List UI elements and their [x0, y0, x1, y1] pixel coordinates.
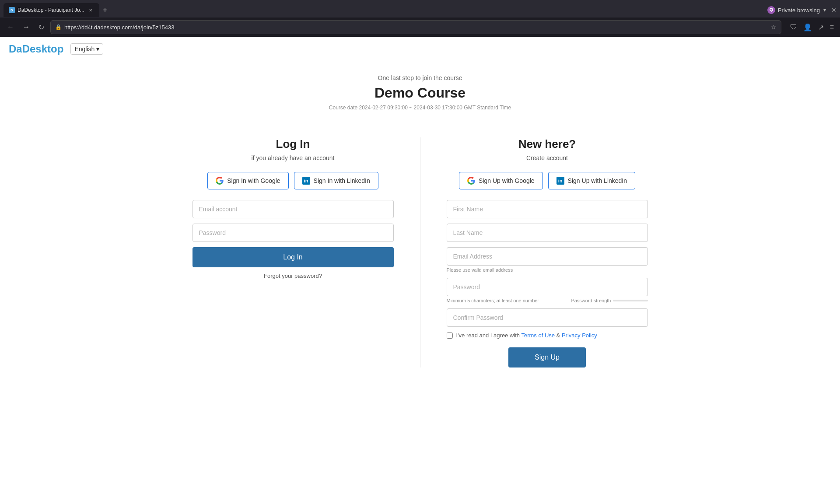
sign-up-google-label: Sign Up with Google — [479, 177, 535, 184]
address-bar[interactable]: 🔒 https://dd4t.dadesktop.com/da/join/5z1… — [50, 20, 781, 34]
tab-close-button[interactable]: ✕ — [87, 7, 94, 14]
new-tab-button[interactable]: + — [101, 6, 109, 14]
linkedin-icon: in — [302, 177, 310, 185]
extensions-icon[interactable]: ↗ — [816, 21, 826, 33]
sign-up-linkedin-button[interactable]: in Sign Up with LinkedIn — [548, 172, 635, 189]
account-icon[interactable]: 👤 — [802, 21, 814, 33]
language-selector[interactable]: English ▾ — [70, 43, 103, 55]
google-icon — [216, 177, 224, 185]
login-column: Log In if you already have an account Si… — [192, 137, 394, 368]
column-divider — [420, 137, 420, 368]
url-text: https://dd4t.dadesktop.com/da/join/5z154… — [64, 24, 768, 31]
signup-social-buttons: Sign Up with Google in Sign Up with Link… — [447, 172, 648, 189]
page-header: DaDesktop English ▾ — [0, 37, 840, 61]
signup-button[interactable]: Sign Up — [508, 347, 586, 368]
sign-up-linkedin-label: Sign Up with LinkedIn — [568, 177, 627, 184]
signup-column: New here? Create account Sign Up with Go… — [447, 137, 648, 368]
password-hint-row: Minimum 5 characters; at least one numbe… — [447, 298, 648, 303]
email-address-input[interactable] — [447, 247, 648, 266]
linkedin-signup-icon: in — [556, 177, 564, 185]
last-name-input[interactable] — [447, 224, 648, 242]
privacy-policy-link[interactable]: Privacy Policy — [562, 332, 597, 339]
course-header: One last step to join the course Demo Co… — [166, 74, 674, 111]
login-title: Log In — [192, 137, 394, 151]
password-input[interactable] — [192, 224, 394, 242]
nav-right-icons: 🛡 👤 ↗ ≡ — [788, 21, 836, 33]
nav-bar: ← → ↻ 🔒 https://dd4t.dadesktop.com/da/jo… — [0, 18, 840, 37]
password-strength-label: Password strength — [571, 298, 648, 303]
sign-in-google-button[interactable]: Sign In with Google — [207, 172, 288, 189]
login-subtitle: if you already have an account — [192, 154, 394, 161]
sign-in-linkedin-button[interactable]: in Sign In with LinkedIn — [294, 172, 378, 189]
terms-row: I've read and I agree with Terms of Use … — [447, 332, 648, 339]
course-date: Course date 2024-02-27 09:30:00 ~ 2024-0… — [166, 105, 674, 111]
private-browsing-area: Private browsing ▾ ✕ — [767, 6, 836, 14]
tab-title: DaDesktop - Participant Jo... — [18, 7, 84, 13]
forward-button[interactable]: → — [20, 21, 32, 33]
password-strength-bar — [613, 300, 648, 301]
tab-favicon: D — [9, 7, 15, 13]
confirm-password-input[interactable] — [447, 308, 648, 327]
signup-password-input[interactable] — [447, 278, 648, 296]
language-chevron-icon: ▾ — [96, 46, 99, 52]
private-close-icon[interactable]: ✕ — [831, 7, 836, 14]
logo[interactable]: DaDesktop — [9, 43, 63, 55]
terms-of-use-link[interactable]: Terms of Use — [521, 332, 555, 339]
signup-title: New here? — [447, 137, 648, 151]
page-content: One last step to join the course Demo Co… — [158, 61, 682, 381]
private-chevron: ▾ — [823, 7, 826, 13]
forgot-password-link[interactable]: Forgot your password? — [192, 273, 394, 279]
private-browsing-icon — [767, 6, 775, 14]
terms-checkbox[interactable] — [447, 332, 453, 339]
first-name-input[interactable] — [447, 200, 648, 218]
language-label: English — [74, 46, 94, 52]
login-button[interactable]: Log In — [192, 247, 394, 267]
email-input[interactable] — [192, 200, 394, 218]
email-hint: Please use valid email address — [447, 267, 648, 273]
course-subtitle: One last step to join the course — [166, 74, 674, 81]
terms-text: I've read and I agree with Terms of Use … — [456, 332, 597, 339]
lock-icon: 🔒 — [55, 24, 62, 30]
browser-chrome: D DaDesktop - Participant Jo... ✕ + Priv… — [0, 0, 840, 37]
private-browsing-label: Private browsing — [767, 6, 820, 14]
auth-columns: Log In if you already have an account Si… — [166, 137, 674, 368]
google-signup-icon — [467, 177, 475, 185]
bookmark-star-icon[interactable]: ☆ — [771, 24, 777, 31]
login-social-buttons: Sign In with Google in Sign In with Link… — [192, 172, 394, 189]
course-title: Demo Course — [166, 85, 674, 101]
sign-up-google-button[interactable]: Sign Up with Google — [459, 172, 543, 189]
menu-icon[interactable]: ≡ — [828, 21, 836, 33]
tab-bar: D DaDesktop - Participant Jo... ✕ + Priv… — [0, 0, 840, 18]
sign-in-google-label: Sign In with Google — [227, 177, 280, 184]
password-hint-left: Minimum 5 characters; at least one numbe… — [447, 298, 539, 303]
reload-button[interactable]: ↻ — [36, 21, 47, 33]
sign-in-linkedin-label: Sign In with LinkedIn — [314, 177, 370, 184]
back-button[interactable]: ← — [4, 21, 17, 33]
signup-subtitle: Create account — [447, 154, 648, 161]
shield-icon[interactable]: 🛡 — [788, 21, 799, 33]
active-tab[interactable]: D DaDesktop - Participant Jo... ✕ — [4, 3, 99, 17]
svg-point-0 — [770, 8, 773, 11]
section-divider — [166, 124, 674, 124]
